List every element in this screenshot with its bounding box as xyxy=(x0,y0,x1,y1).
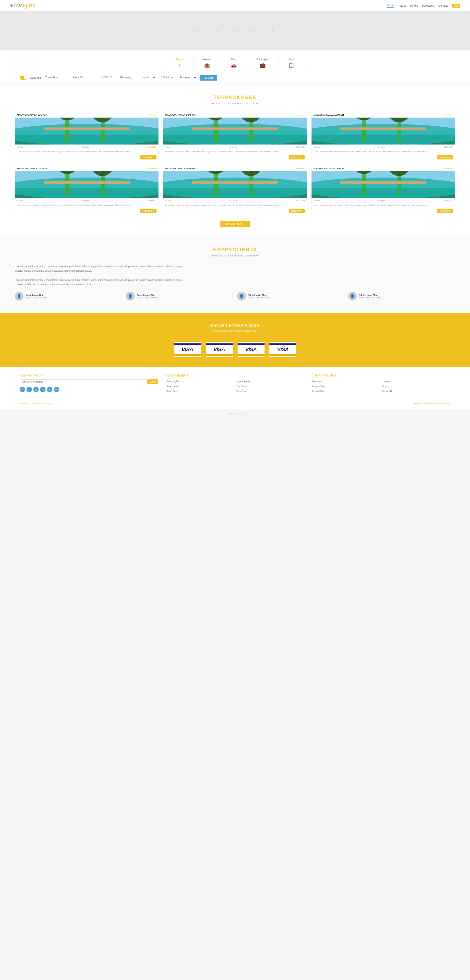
tab-visa[interactable]: Visa 📋 xyxy=(278,56,305,70)
card-6-nights: 5 Nights xyxy=(378,200,385,202)
card-6-footer: MORE INFO xyxy=(311,207,455,215)
card-4-price: 2500 USD xyxy=(148,200,157,202)
svg-rect-7 xyxy=(44,127,130,130)
card-2-nights: 5 Nights xyxy=(230,146,237,148)
visa-card-inner-1: VISA xyxy=(174,344,201,356)
social-google-plus-icon[interactable]: g+ xyxy=(33,387,39,392)
main-nav: Home About Hotels Packages Contact EGP xyxy=(387,4,460,8)
footer-link-privacy-policy[interactable]: Privacy Policy xyxy=(312,385,326,388)
footer-keep-in-touch-title: KEEPIN TOUCH xyxy=(20,374,158,377)
card-1-price: 2500 USD xyxy=(148,146,157,148)
trusted-brands-subtitle: Lorem ipsum dolor sit amet, consectetur. xyxy=(15,329,455,332)
visa-card-inner-3: VISA xyxy=(238,344,265,356)
toggle-knob xyxy=(24,76,27,80)
tab-cars[interactable]: Cars 🚗 xyxy=(221,56,247,70)
search-button[interactable]: Search xyxy=(200,75,217,81)
adults-select[interactable]: 1 Adult 2 Adults 3 Adults xyxy=(139,75,156,80)
card-6-header: MALAYSIA, KUALA LUMPUR ★★★★★ xyxy=(311,166,455,171)
card-5-header: MALAYSIA, KUALA LUMPUR ★★★★★ xyxy=(164,166,307,171)
logo-plane-icon: ✈ xyxy=(10,3,13,8)
client-item-2: 👤 Adele Laurie Blue English singer and s… xyxy=(126,292,233,303)
round-trip-toggle[interactable] xyxy=(20,76,27,80)
visa-stripe-bot-3 xyxy=(238,354,265,356)
social-twitter-icon[interactable]: t xyxy=(27,387,32,392)
brands-grid: VISA VISA VISA VISA xyxy=(15,342,455,357)
nav-packages[interactable]: Packages xyxy=(422,4,434,7)
card-3-image-inner xyxy=(311,118,455,145)
newsletter-input[interactable] xyxy=(20,379,146,384)
hero-plane-icon-2: ✈ xyxy=(214,28,218,34)
footer-link-cheap-cars[interactable]: Cheap Cars xyxy=(165,390,177,392)
footer-link-top-packages[interactable]: Top Packages xyxy=(236,380,250,383)
tab-flights[interactable]: Flights ✈ xyxy=(165,56,194,70)
svg-rect-47 xyxy=(340,181,426,184)
footer-link-cheap-hotels[interactable]: Cheap Hotels xyxy=(165,385,179,388)
footer-link-dubai-visa[interactable]: Dubai Visa xyxy=(236,390,246,392)
card-2-image-inner xyxy=(164,118,307,145)
social-facebook-icon[interactable]: f xyxy=(20,387,25,392)
nav-currency[interactable]: EGP xyxy=(452,4,460,8)
happy-clients-paragraph-2: Lorem ipsum dolor sit amet, consectetur … xyxy=(15,278,186,287)
card-3-more-info-button[interactable]: MORE INFO xyxy=(437,155,453,159)
card-3-footer: MORE INFO xyxy=(311,154,455,161)
visa-text-2: VISA xyxy=(213,346,225,353)
discover-all-button[interactable]: DISCOVER ALL xyxy=(220,221,249,227)
class-select[interactable]: Economy Business First Class xyxy=(177,75,197,80)
nav-about[interactable]: About xyxy=(399,4,406,7)
card-5-desc: Lorem ipsum dolor sit amet, consectetur … xyxy=(164,203,307,207)
nav-contact[interactable]: Contact xyxy=(438,4,448,7)
visa-stripe-top-4 xyxy=(269,344,296,345)
card-5-stars: ★★★★★ xyxy=(296,167,305,170)
card-6-image-inner xyxy=(311,171,455,198)
footer-service-links-title: SERVICELINKS xyxy=(165,374,304,377)
footer-social: f t g+ in p rss xyxy=(20,387,158,392)
tab-hotels[interactable]: Hotels 🏨 xyxy=(194,56,221,70)
card-4-more-info-button[interactable]: MORE INFO xyxy=(140,209,156,213)
returning-input[interactable] xyxy=(119,75,136,80)
travel-to-input[interactable] xyxy=(71,75,96,80)
social-linkedin-icon[interactable]: in xyxy=(40,387,46,392)
card-2-more-info-button[interactable]: MORE INFO xyxy=(289,155,305,159)
card-2-stats: 4 Days 5 Nights 2500 USD xyxy=(164,145,307,149)
client-2-desc: English singer and songs. xyxy=(137,296,159,299)
social-rss-icon[interactable]: rss xyxy=(54,387,59,392)
newsletter-submit-button[interactable]: Submit xyxy=(148,379,158,384)
package-card-3: MALAYSIA, KUALA LUMPUR ★★★★★ xyxy=(311,112,455,161)
date-input[interactable] xyxy=(99,75,116,80)
footer-link-cheap-flights[interactable]: Cheap Flights xyxy=(165,380,179,383)
card-3-stats: 6 Days 5 Nights 2500 USD xyxy=(311,145,455,149)
footer-link-contact-us[interactable]: Contact Us xyxy=(382,390,393,392)
svg-point-10 xyxy=(164,124,307,145)
logo: ✈ mVagaza xyxy=(10,2,35,9)
card-1-more-info-button[interactable]: MORE INFO xyxy=(140,155,156,159)
tab-packages[interactable]: Packages 💼 xyxy=(247,56,278,70)
card-1-location: MALAYSIA, KUALA LUMPUR xyxy=(17,114,47,116)
footer-link-terms-of-use[interactable]: Terms Of Use xyxy=(312,390,325,392)
card-2-location: MALAYSIA, KUALA LUMPUR xyxy=(165,114,195,116)
children-select[interactable]: 3 Child 0 Child 1 Child xyxy=(159,75,175,80)
social-pinterest-icon[interactable]: p xyxy=(47,387,52,392)
footer-link-blogs[interactable]: Blogs xyxy=(382,385,388,388)
nav-hotels[interactable]: Hotels xyxy=(410,4,418,7)
footer-company-links-title: COMPANYLINKS xyxy=(312,374,450,377)
travel-from-input[interactable] xyxy=(44,75,68,80)
card-5-price: 2500 USD xyxy=(295,200,305,202)
card-6-more-info-button[interactable]: MORE INFO xyxy=(437,209,453,213)
card-1-header: MALAYSIA, KUALA LUMPUR ★★★★★ xyxy=(15,112,159,118)
top-packages-subtitle: Lorem ipsum dolor sit amet, consectetur. xyxy=(15,102,455,105)
top-packages-title: TOPPACKAGES xyxy=(15,95,455,100)
nav-home[interactable]: Home xyxy=(387,4,394,8)
visa-stripe-top-1 xyxy=(174,344,201,345)
top-packages-section: TOPPACKAGES Lorem ipsum dolor sit amet, … xyxy=(0,85,470,237)
footer-link-best-deals[interactable]: Best Deals xyxy=(236,385,247,388)
visa-stripe-bot-1 xyxy=(174,354,201,356)
footer-company-links-grid: About Us Privacy Policy Terms Of Use Car… xyxy=(312,379,450,394)
card-5-more-info-button[interactable]: MORE INFO xyxy=(289,209,305,213)
card-6-price: 2500 USD xyxy=(444,200,453,202)
cars-icon: 🚗 xyxy=(231,62,237,68)
discover-btn-wrap: DISCOVER ALL xyxy=(15,221,455,227)
card-5-footer: MORE INFO xyxy=(164,207,307,215)
svg-point-26 xyxy=(15,178,159,198)
footer-link-about-us[interactable]: About Us xyxy=(312,380,321,383)
footer-link-careers[interactable]: Careers xyxy=(382,380,390,383)
